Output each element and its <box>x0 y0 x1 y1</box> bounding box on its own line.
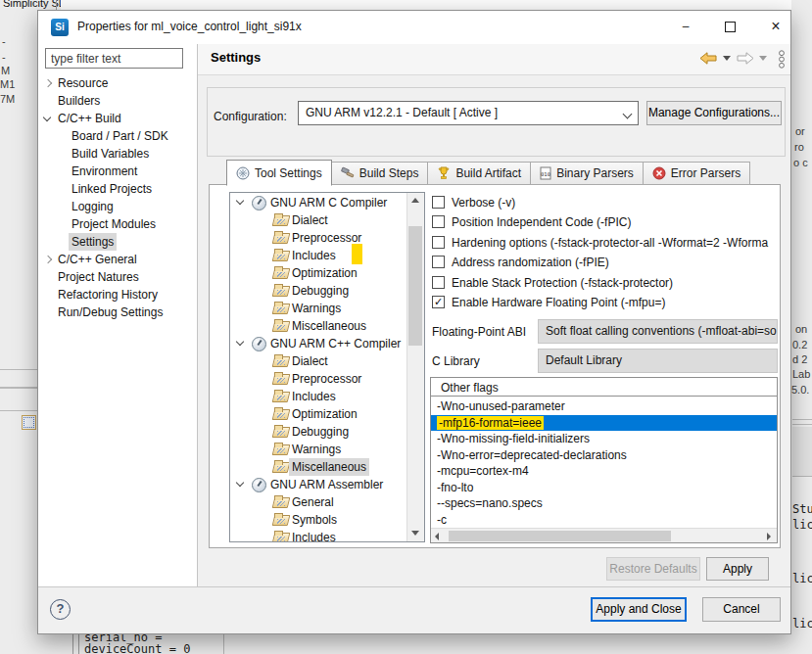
sidebar-item-project-natures[interactable]: Project Natures <box>38 268 197 286</box>
tree-item-cpp-warnings[interactable]: Warnings <box>230 441 424 458</box>
scrollbar-thumb[interactable] <box>408 226 422 346</box>
apply-and-close-button[interactable]: Apply and Close <box>591 597 687 622</box>
sidebar-item-run-debug-settings[interactable]: Run/Debug Settings <box>38 304 197 321</box>
tab-binary-parsers[interactable]: 010 Binary Parsers <box>531 162 644 185</box>
tree-item-gnu-arm-c-compiler[interactable]: GNU ARM C Compiler <box>230 194 424 211</box>
option-row: Position Independent Code (-fPIC) <box>432 213 777 231</box>
scroll-left-icon[interactable] <box>435 533 439 540</box>
flags-horizontal-scrollbar[interactable] <box>431 528 777 543</box>
background-line <box>0 410 37 411</box>
tree-item-gnu-arm-assembler[interactable]: GNU ARM Assembler <box>230 476 424 493</box>
folder-icon <box>273 302 289 314</box>
floating-point-abi-select[interactable]: Soft float calling conventions (-mfloat-… <box>538 319 778 344</box>
flag-row[interactable]: -fno-lto <box>431 480 777 496</box>
sidebar-item-build-variables[interactable]: Build Variables <box>38 145 197 163</box>
flag-row-selected[interactable]: -mfp16-format=ieee <box>431 415 777 432</box>
minimize-button[interactable]: – <box>670 13 701 40</box>
sidebar-item-resource[interactable]: Resource <box>38 74 197 92</box>
background-fragment: o c <box>793 157 808 168</box>
checkbox-enable-hardware-floating-point[interactable]: ✓ <box>432 296 445 308</box>
maximize-button[interactable] <box>714 13 745 40</box>
background-divider <box>56 0 57 10</box>
scrollbar-thumb[interactable] <box>449 531 671 541</box>
tree-item-c-warnings[interactable]: Warnings <box>230 300 424 317</box>
back-history-dropdown-icon[interactable] <box>723 56 731 61</box>
flag-row[interactable]: -c <box>431 512 777 529</box>
forward-history-dropdown-icon[interactable] <box>759 56 767 61</box>
chevron-right-icon[interactable] <box>44 79 52 87</box>
checkbox-enable-stack-protection[interactable] <box>432 276 445 289</box>
tree-item-asm-includes[interactable]: Includes <box>230 529 424 542</box>
restore-defaults-button[interactable]: Restore Defaults <box>606 557 700 581</box>
tree-item-c-optimization[interactable]: Optimization <box>230 264 424 282</box>
tree-item-cpp-debugging[interactable]: Debugging <box>230 423 424 441</box>
folder-icon <box>273 354 289 367</box>
sidebar-item-builders[interactable]: Builders <box>38 92 197 110</box>
chevron-down-icon[interactable] <box>236 479 244 487</box>
filter-input[interactable] <box>45 48 183 69</box>
sidebar-item-logging[interactable]: Logging <box>38 198 197 215</box>
c-library-select[interactable]: Default Library <box>538 349 778 373</box>
manage-configurations-button[interactable]: Manage Configurations... <box>646 101 782 125</box>
flag-row[interactable]: -Wno-missing-field-initializers <box>431 431 777 447</box>
tree-item-c-debugging[interactable]: Debugging <box>230 282 424 300</box>
help-button[interactable]: ? <box>50 599 71 620</box>
title-bar[interactable]: Si Properties for ml_voice_control_light… <box>38 11 790 44</box>
sidebar-item-linked-projects[interactable]: Linked Projects <box>38 180 197 198</box>
chevron-down-icon[interactable] <box>43 114 51 121</box>
chevron-down-icon[interactable] <box>236 197 244 205</box>
apply-button[interactable]: Apply <box>706 557 769 581</box>
view-menu-icon[interactable] <box>777 50 787 69</box>
tree-item-cpp-optimization[interactable]: Optimization <box>230 405 424 423</box>
tab-error-parsers[interactable]: Error Parsers <box>644 162 750 185</box>
scroll-down-icon[interactable] <box>411 531 419 536</box>
folder-icon <box>273 390 289 402</box>
tab-tool-settings[interactable]: Tool Settings <box>226 160 332 186</box>
background-fragment: Stu <box>792 502 812 516</box>
back-arrow-icon[interactable] <box>699 52 717 65</box>
sidebar-item-settings[interactable]: Settings <box>38 233 197 251</box>
background-fragment: ro <box>794 141 804 153</box>
scroll-up-icon[interactable] <box>411 198 419 203</box>
checkbox-hardening-options[interactable] <box>432 236 445 249</box>
check-icon: ✓ <box>434 296 443 307</box>
folder-icon <box>273 284 289 297</box>
configuration-select[interactable]: GNU ARM v12.2.1 - Default [ Active ] <box>298 101 639 125</box>
tree-scrollbar[interactable] <box>406 193 424 541</box>
tree-item-cpp-preprocessor[interactable]: Preprocessor <box>230 370 424 388</box>
tree-item-asm-general[interactable]: General <box>230 493 424 511</box>
flag-row[interactable]: -mcpu=cortex-m4 <box>431 463 777 480</box>
checkbox-verbose[interactable] <box>432 196 445 209</box>
close-button[interactable]: × <box>760 13 791 40</box>
configuration-group: Configuration: GNU ARM v12.2.1 - Default… <box>207 87 786 157</box>
sidebar-item-cpp-general[interactable]: C/C++ General <box>38 251 197 268</box>
checkbox-position-independent-code[interactable] <box>432 215 445 228</box>
forward-arrow-icon[interactable] <box>737 52 754 65</box>
tree-item-c-miscellaneous[interactable]: Miscellaneous <box>230 317 424 335</box>
tree-item-cpp-miscellaneous[interactable]: Miscellaneous <box>230 458 424 476</box>
background-fragment: lic <box>792 617 812 631</box>
sidebar-item-project-modules[interactable]: Project Modules <box>38 215 197 233</box>
tab-build-steps[interactable]: Build Steps <box>332 162 429 185</box>
scroll-right-icon[interactable] <box>767 533 771 540</box>
flag-row[interactable]: -Wno-unused-parameter <box>431 398 777 415</box>
tab-build-artifact[interactable]: Build Artifact <box>428 162 531 185</box>
flag-row[interactable]: --specs=nano.specs <box>431 495 777 512</box>
tree-item-c-dialect[interactable]: Dialect <box>230 211 424 229</box>
tree-item-cpp-dialect[interactable]: Dialect <box>230 352 424 370</box>
window-title: Properties for ml_voice_control_light_si… <box>77 20 302 33</box>
tree-item-cpp-includes[interactable]: Includes <box>230 388 424 405</box>
chevron-right-icon[interactable] <box>44 256 52 263</box>
sidebar-item-cpp-build[interactable]: C/C++ Build <box>38 110 197 127</box>
tree-item-asm-symbols[interactable]: Symbols <box>230 511 424 529</box>
cancel-button[interactable]: Cancel <box>702 597 781 622</box>
sidebar-item-board-part-sdk[interactable]: Board / Part / SDK <box>38 127 197 145</box>
sidebar-item-refactoring-history[interactable]: Refactoring History <box>38 286 197 304</box>
chevron-down-icon[interactable] <box>236 338 244 346</box>
tree-item-c-includes[interactable]: Includes <box>230 247 424 264</box>
tree-item-c-preprocessor[interactable]: Preprocessor <box>230 229 424 247</box>
flag-row[interactable]: -Wno-error=deprecated-declarations <box>431 447 777 464</box>
checkbox-address-randomization[interactable] <box>432 256 445 268</box>
sidebar-item-environment[interactable]: Environment <box>38 163 197 180</box>
tree-item-gnu-arm-cpp-compiler[interactable]: GNU ARM C++ Compiler <box>230 335 424 352</box>
